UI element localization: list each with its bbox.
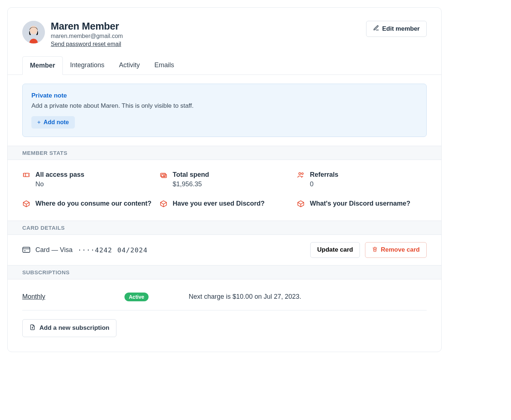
cube-icon	[22, 200, 30, 208]
tabs: Member Integrations Activity Emails	[8, 47, 441, 75]
section-header-member-stats: MEMBER STATS	[8, 146, 441, 160]
stat-value: No	[35, 180, 84, 188]
card-expiry: 04/2024	[117, 246, 147, 254]
stat-custom-q1: Where do you consume our content?	[22, 199, 152, 208]
card-info: Card — Visa ····4242 04/2024	[22, 246, 147, 254]
remove-card-label: Remove card	[381, 246, 420, 253]
subscription-plan-link[interactable]: Monthly	[22, 293, 124, 301]
stat-label: Have you ever used Discord?	[173, 199, 265, 208]
header-row: Maren Member maren.member@gmail.com Send…	[8, 8, 441, 47]
tab-activity[interactable]: Activity	[112, 56, 147, 75]
svg-point-5	[299, 173, 301, 175]
cube-icon	[297, 200, 305, 208]
cube-icon	[160, 200, 168, 208]
svg-point-6	[301, 173, 303, 175]
svg-point-4	[164, 175, 165, 177]
credit-card-icon	[22, 247, 30, 253]
stat-label: Total spend	[173, 170, 209, 179]
add-note-button[interactable]: + Add note	[31, 116, 75, 129]
stat-label: All access pass	[35, 170, 84, 179]
add-subscription-label: Add a new subscription	[39, 324, 110, 332]
private-note-box: Private note Add a private note about Ma…	[22, 84, 427, 137]
update-card-button[interactable]: Update card	[310, 242, 360, 258]
users-icon	[297, 171, 305, 179]
edit-member-button[interactable]: Edit member	[366, 21, 427, 37]
add-subscription-button[interactable]: Add a new subscription	[22, 319, 116, 337]
stat-label: What's your Discord username?	[310, 199, 410, 208]
member-email: maren.member@gmail.com	[51, 33, 123, 39]
add-file-icon	[29, 324, 36, 332]
stat-referrals: Referrals 0	[297, 170, 427, 188]
tab-integrations[interactable]: Integrations	[63, 56, 112, 75]
pencil-icon	[373, 25, 379, 33]
subscription-row: Monthly Active Next charge is $10.00 on …	[8, 279, 441, 310]
update-card-label: Update card	[317, 246, 353, 253]
ticket-icon	[22, 171, 30, 179]
cash-icon	[160, 171, 168, 179]
stat-label: Where do you consume our content?	[35, 199, 151, 208]
divider	[22, 310, 427, 310]
avatar	[22, 21, 45, 43]
card-details-row: Card — Visa ····4242 04/2024 Update card…	[8, 235, 441, 265]
svg-rect-7	[23, 247, 30, 252]
stat-custom-q3: What's your Discord username?	[297, 199, 427, 208]
status-badge: Active	[124, 293, 149, 301]
stat-total-spend: Total spend $1,956.35	[160, 170, 289, 188]
plus-icon: +	[37, 119, 41, 126]
stat-all-access: All access pass No	[22, 170, 152, 188]
profile: Maren Member maren.member@gmail.com Send…	[22, 21, 123, 47]
note-title: Private note	[31, 92, 418, 99]
trash-icon	[372, 246, 378, 254]
card-masked: ····4242	[78, 246, 112, 254]
stat-label: Referrals	[310, 170, 338, 179]
next-charge-text: Next charge is $10.00 on Jul 27, 2023.	[189, 293, 301, 301]
tab-member[interactable]: Member	[22, 56, 63, 75]
tab-emails[interactable]: Emails	[147, 56, 181, 75]
password-reset-link[interactable]: Send password reset email	[51, 41, 121, 47]
add-note-label: Add note	[43, 119, 69, 126]
edit-member-label: Edit member	[382, 25, 420, 33]
remove-card-button[interactable]: Remove card	[365, 242, 427, 258]
stat-value: 0	[310, 180, 338, 188]
stats-grid: All access pass No Total spend $1,956.35…	[8, 160, 441, 221]
section-header-card-details: CARD DETAILS	[8, 221, 441, 235]
card-actions: Update card Remove card	[310, 242, 427, 258]
stat-custom-q2: Have you ever used Discord?	[160, 199, 289, 208]
add-subscription-area: Add a new subscription	[22, 319, 427, 337]
member-name: Maren Member	[51, 21, 123, 32]
profile-info: Maren Member maren.member@gmail.com Send…	[51, 21, 123, 47]
card-text-prefix: Card — Visa	[35, 246, 73, 254]
member-detail-card: Maren Member maren.member@gmail.com Send…	[7, 7, 442, 352]
note-description: Add a private note about Maren. This is …	[31, 102, 418, 110]
stat-value: $1,956.35	[173, 180, 209, 188]
section-header-subscriptions: SUBSCRIPTIONS	[8, 265, 441, 279]
